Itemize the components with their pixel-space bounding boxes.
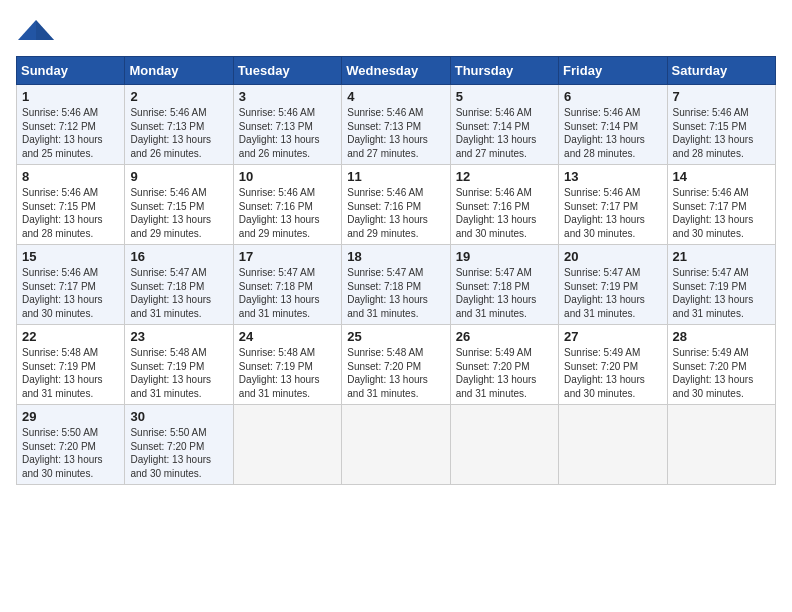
day-info: Sunrise: 5:46 AMSunset: 7:12 PMDaylight:…	[22, 106, 119, 160]
week-row-3: 15Sunrise: 5:46 AMSunset: 7:17 PMDayligh…	[17, 245, 776, 325]
day-info: Sunrise: 5:47 AMSunset: 7:18 PMDaylight:…	[456, 266, 553, 320]
day-number: 21	[673, 249, 770, 264]
calendar-cell-1-2: 3Sunrise: 5:46 AMSunset: 7:13 PMDaylight…	[233, 85, 341, 165]
day-info: Sunrise: 5:49 AMSunset: 7:20 PMDaylight:…	[673, 346, 770, 400]
day-number: 19	[456, 249, 553, 264]
day-info: Sunrise: 5:46 AMSunset: 7:13 PMDaylight:…	[347, 106, 444, 160]
day-number: 4	[347, 89, 444, 104]
day-number: 12	[456, 169, 553, 184]
day-info: Sunrise: 5:46 AMSunset: 7:15 PMDaylight:…	[130, 186, 227, 240]
calendar-cell-3-2: 17Sunrise: 5:47 AMSunset: 7:18 PMDayligh…	[233, 245, 341, 325]
day-number: 8	[22, 169, 119, 184]
day-number: 14	[673, 169, 770, 184]
day-info: Sunrise: 5:48 AMSunset: 7:20 PMDaylight:…	[347, 346, 444, 400]
day-info: Sunrise: 5:48 AMSunset: 7:19 PMDaylight:…	[130, 346, 227, 400]
day-number: 7	[673, 89, 770, 104]
calendar-cell-1-1: 2Sunrise: 5:46 AMSunset: 7:13 PMDaylight…	[125, 85, 233, 165]
calendar-cell-4-0: 22Sunrise: 5:48 AMSunset: 7:19 PMDayligh…	[17, 325, 125, 405]
calendar-cell-5-3	[342, 405, 450, 485]
calendar-cell-5-6	[667, 405, 775, 485]
week-row-4: 22Sunrise: 5:48 AMSunset: 7:19 PMDayligh…	[17, 325, 776, 405]
day-number: 24	[239, 329, 336, 344]
day-number: 25	[347, 329, 444, 344]
calendar-cell-4-3: 25Sunrise: 5:48 AMSunset: 7:20 PMDayligh…	[342, 325, 450, 405]
calendar-header-row: SundayMondayTuesdayWednesdayThursdayFrid…	[17, 57, 776, 85]
calendar-cell-4-2: 24Sunrise: 5:48 AMSunset: 7:19 PMDayligh…	[233, 325, 341, 405]
calendar-table: SundayMondayTuesdayWednesdayThursdayFrid…	[16, 56, 776, 485]
calendar-cell-3-6: 21Sunrise: 5:47 AMSunset: 7:19 PMDayligh…	[667, 245, 775, 325]
day-number: 17	[239, 249, 336, 264]
calendar-cell-2-6: 14Sunrise: 5:46 AMSunset: 7:17 PMDayligh…	[667, 165, 775, 245]
day-info: Sunrise: 5:48 AMSunset: 7:19 PMDaylight:…	[22, 346, 119, 400]
day-number: 11	[347, 169, 444, 184]
calendar-cell-1-6: 7Sunrise: 5:46 AMSunset: 7:15 PMDaylight…	[667, 85, 775, 165]
header-saturday: Saturday	[667, 57, 775, 85]
calendar-cell-3-1: 16Sunrise: 5:47 AMSunset: 7:18 PMDayligh…	[125, 245, 233, 325]
calendar-cell-2-5: 13Sunrise: 5:46 AMSunset: 7:17 PMDayligh…	[559, 165, 667, 245]
day-info: Sunrise: 5:48 AMSunset: 7:19 PMDaylight:…	[239, 346, 336, 400]
day-info: Sunrise: 5:49 AMSunset: 7:20 PMDaylight:…	[456, 346, 553, 400]
day-info: Sunrise: 5:47 AMSunset: 7:19 PMDaylight:…	[564, 266, 661, 320]
week-row-2: 8Sunrise: 5:46 AMSunset: 7:15 PMDaylight…	[17, 165, 776, 245]
day-number: 15	[22, 249, 119, 264]
day-number: 2	[130, 89, 227, 104]
logo-icon	[16, 16, 56, 44]
calendar-cell-3-3: 18Sunrise: 5:47 AMSunset: 7:18 PMDayligh…	[342, 245, 450, 325]
day-info: Sunrise: 5:46 AMSunset: 7:16 PMDaylight:…	[456, 186, 553, 240]
calendar-cell-2-4: 12Sunrise: 5:46 AMSunset: 7:16 PMDayligh…	[450, 165, 558, 245]
calendar-cell-4-6: 28Sunrise: 5:49 AMSunset: 7:20 PMDayligh…	[667, 325, 775, 405]
calendar-cell-5-4	[450, 405, 558, 485]
calendar-cell-5-5	[559, 405, 667, 485]
day-info: Sunrise: 5:46 AMSunset: 7:13 PMDaylight:…	[239, 106, 336, 160]
header-friday: Friday	[559, 57, 667, 85]
calendar-cell-5-1: 30Sunrise: 5:50 AMSunset: 7:20 PMDayligh…	[125, 405, 233, 485]
calendar-cell-4-4: 26Sunrise: 5:49 AMSunset: 7:20 PMDayligh…	[450, 325, 558, 405]
day-number: 18	[347, 249, 444, 264]
calendar-cell-2-2: 10Sunrise: 5:46 AMSunset: 7:16 PMDayligh…	[233, 165, 341, 245]
day-number: 10	[239, 169, 336, 184]
page-header	[16, 16, 776, 44]
day-number: 27	[564, 329, 661, 344]
calendar-cell-3-0: 15Sunrise: 5:46 AMSunset: 7:17 PMDayligh…	[17, 245, 125, 325]
day-info: Sunrise: 5:50 AMSunset: 7:20 PMDaylight:…	[22, 426, 119, 480]
day-number: 26	[456, 329, 553, 344]
logo	[16, 16, 62, 44]
day-info: Sunrise: 5:47 AMSunset: 7:18 PMDaylight:…	[347, 266, 444, 320]
calendar-cell-2-0: 8Sunrise: 5:46 AMSunset: 7:15 PMDaylight…	[17, 165, 125, 245]
calendar-cell-4-1: 23Sunrise: 5:48 AMSunset: 7:19 PMDayligh…	[125, 325, 233, 405]
calendar-cell-1-3: 4Sunrise: 5:46 AMSunset: 7:13 PMDaylight…	[342, 85, 450, 165]
header-sunday: Sunday	[17, 57, 125, 85]
day-number: 1	[22, 89, 119, 104]
header-thursday: Thursday	[450, 57, 558, 85]
day-number: 16	[130, 249, 227, 264]
day-number: 20	[564, 249, 661, 264]
calendar-cell-4-5: 27Sunrise: 5:49 AMSunset: 7:20 PMDayligh…	[559, 325, 667, 405]
calendar-cell-2-1: 9Sunrise: 5:46 AMSunset: 7:15 PMDaylight…	[125, 165, 233, 245]
day-info: Sunrise: 5:49 AMSunset: 7:20 PMDaylight:…	[564, 346, 661, 400]
calendar-cell-2-3: 11Sunrise: 5:46 AMSunset: 7:16 PMDayligh…	[342, 165, 450, 245]
day-info: Sunrise: 5:46 AMSunset: 7:15 PMDaylight:…	[673, 106, 770, 160]
calendar-cell-5-2	[233, 405, 341, 485]
day-info: Sunrise: 5:50 AMSunset: 7:20 PMDaylight:…	[130, 426, 227, 480]
day-info: Sunrise: 5:47 AMSunset: 7:18 PMDaylight:…	[130, 266, 227, 320]
day-info: Sunrise: 5:46 AMSunset: 7:17 PMDaylight:…	[22, 266, 119, 320]
day-number: 9	[130, 169, 227, 184]
day-number: 23	[130, 329, 227, 344]
day-info: Sunrise: 5:47 AMSunset: 7:18 PMDaylight:…	[239, 266, 336, 320]
week-row-5: 29Sunrise: 5:50 AMSunset: 7:20 PMDayligh…	[17, 405, 776, 485]
day-info: Sunrise: 5:46 AMSunset: 7:15 PMDaylight:…	[22, 186, 119, 240]
header-monday: Monday	[125, 57, 233, 85]
calendar-cell-3-5: 20Sunrise: 5:47 AMSunset: 7:19 PMDayligh…	[559, 245, 667, 325]
day-number: 29	[22, 409, 119, 424]
day-info: Sunrise: 5:46 AMSunset: 7:14 PMDaylight:…	[564, 106, 661, 160]
calendar-cell-1-5: 6Sunrise: 5:46 AMSunset: 7:14 PMDaylight…	[559, 85, 667, 165]
header-tuesday: Tuesday	[233, 57, 341, 85]
day-number: 30	[130, 409, 227, 424]
week-row-1: 1Sunrise: 5:46 AMSunset: 7:12 PMDaylight…	[17, 85, 776, 165]
day-info: Sunrise: 5:46 AMSunset: 7:17 PMDaylight:…	[564, 186, 661, 240]
day-number: 6	[564, 89, 661, 104]
calendar-cell-1-4: 5Sunrise: 5:46 AMSunset: 7:14 PMDaylight…	[450, 85, 558, 165]
day-number: 22	[22, 329, 119, 344]
day-info: Sunrise: 5:47 AMSunset: 7:19 PMDaylight:…	[673, 266, 770, 320]
calendar-cell-1-0: 1Sunrise: 5:46 AMSunset: 7:12 PMDaylight…	[17, 85, 125, 165]
